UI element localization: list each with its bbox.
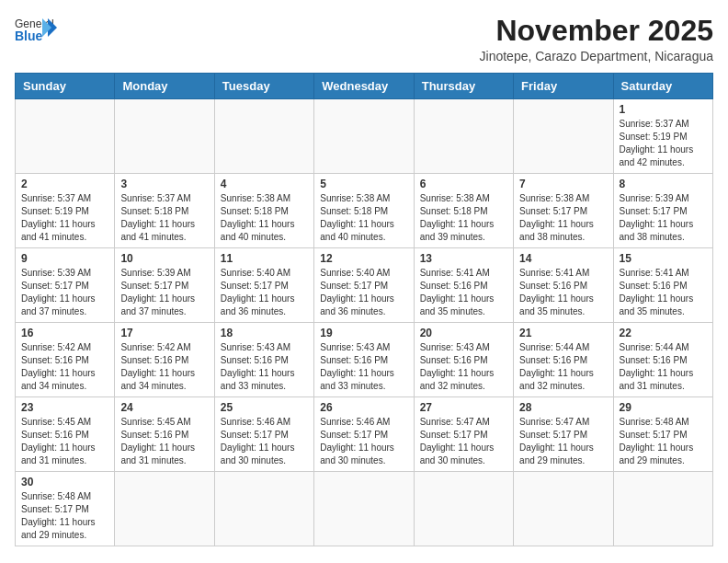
calendar-week-5: 30Sunrise: 5:48 AM Sunset: 5:17 PM Dayli… <box>16 472 713 546</box>
day-number: 22 <box>620 327 707 339</box>
day-number: 14 <box>519 252 607 265</box>
day-info: Sunrise: 5:45 AM Sunset: 5:16 PM Dayligh… <box>21 416 108 467</box>
day-number: 24 <box>120 401 208 414</box>
calendar-table: SundayMondayTuesdayWednesdayThursdayFrid… <box>15 73 713 546</box>
calendar-cell <box>514 472 613 546</box>
calendar-col-thursday: Thursday <box>414 74 513 99</box>
day-info: Sunrise: 5:39 AM Sunset: 5:17 PM Dayligh… <box>120 267 208 318</box>
day-number: 7 <box>519 178 607 190</box>
day-info: Sunrise: 5:46 AM Sunset: 5:17 PM Dayligh… <box>320 416 407 467</box>
day-info: Sunrise: 5:47 AM Sunset: 5:17 PM Dayligh… <box>519 416 607 467</box>
day-info: Sunrise: 5:42 AM Sunset: 5:16 PM Dayligh… <box>21 341 108 393</box>
calendar-cell: 25Sunrise: 5:46 AM Sunset: 5:17 PM Dayli… <box>214 397 313 472</box>
calendar-cell <box>115 99 214 174</box>
calendar-cell: 27Sunrise: 5:47 AM Sunset: 5:17 PM Dayli… <box>414 397 513 472</box>
calendar-cell: 22Sunrise: 5:44 AM Sunset: 5:16 PM Dayli… <box>613 323 712 397</box>
title-area: November 2025 Jinotepe, Carazo Departmen… <box>480 15 713 63</box>
calendar-cell: 20Sunrise: 5:43 AM Sunset: 5:16 PM Dayli… <box>414 323 513 397</box>
calendar-cell: 23Sunrise: 5:45 AM Sunset: 5:16 PM Dayli… <box>16 397 115 472</box>
calendar-cell <box>214 99 313 174</box>
calendar-cell: 19Sunrise: 5:43 AM Sunset: 5:16 PM Dayli… <box>314 323 414 397</box>
day-info: Sunrise: 5:37 AM Sunset: 5:18 PM Dayligh… <box>120 192 208 244</box>
calendar-cell: 17Sunrise: 5:42 AM Sunset: 5:16 PM Dayli… <box>115 323 214 397</box>
day-info: Sunrise: 5:43 AM Sunset: 5:16 PM Dayligh… <box>320 341 407 393</box>
day-number: 5 <box>320 178 407 190</box>
day-info: Sunrise: 5:37 AM Sunset: 5:19 PM Dayligh… <box>21 192 108 244</box>
calendar-cell: 9Sunrise: 5:39 AM Sunset: 5:17 PM Daylig… <box>16 248 115 323</box>
month-title: November 2025 <box>480 15 713 47</box>
day-number: 21 <box>519 327 607 339</box>
day-number: 1 <box>620 103 707 116</box>
day-number: 9 <box>21 252 108 265</box>
day-info: Sunrise: 5:43 AM Sunset: 5:16 PM Dayligh… <box>221 341 308 393</box>
calendar-cell: 7Sunrise: 5:38 AM Sunset: 5:17 PM Daylig… <box>514 174 613 248</box>
calendar-cell: 3Sunrise: 5:37 AM Sunset: 5:18 PM Daylig… <box>115 174 214 248</box>
calendar-cell: 21Sunrise: 5:44 AM Sunset: 5:16 PM Dayli… <box>514 323 613 397</box>
calendar-week-4: 23Sunrise: 5:45 AM Sunset: 5:16 PM Dayli… <box>16 397 713 472</box>
day-info: Sunrise: 5:40 AM Sunset: 5:17 PM Dayligh… <box>320 267 407 318</box>
calendar-cell: 12Sunrise: 5:40 AM Sunset: 5:17 PM Dayli… <box>314 248 414 323</box>
calendar-cell: 28Sunrise: 5:47 AM Sunset: 5:17 PM Dayli… <box>514 397 613 472</box>
location-subtitle: Jinotepe, Carazo Department, Nicaragua <box>480 49 713 63</box>
day-info: Sunrise: 5:40 AM Sunset: 5:17 PM Dayligh… <box>221 267 308 318</box>
day-number: 13 <box>420 252 507 265</box>
day-info: Sunrise: 5:38 AM Sunset: 5:18 PM Dayligh… <box>320 192 407 244</box>
calendar-cell: 26Sunrise: 5:46 AM Sunset: 5:17 PM Dayli… <box>314 397 414 472</box>
day-number: 29 <box>620 401 707 414</box>
calendar-cell <box>514 99 613 174</box>
calendar-col-tuesday: Tuesday <box>214 74 313 99</box>
calendar-cell: 5Sunrise: 5:38 AM Sunset: 5:18 PM Daylig… <box>314 174 414 248</box>
calendar-cell: 11Sunrise: 5:40 AM Sunset: 5:17 PM Dayli… <box>214 248 313 323</box>
calendar-cell: 4Sunrise: 5:38 AM Sunset: 5:18 PM Daylig… <box>214 174 313 248</box>
day-number: 23 <box>21 401 108 414</box>
page-header: General Blue November 2025 Jinotepe, Car… <box>15 15 713 63</box>
calendar-header-row: SundayMondayTuesdayWednesdayThursdayFrid… <box>16 74 713 99</box>
calendar-cell: 29Sunrise: 5:48 AM Sunset: 5:17 PM Dayli… <box>613 397 712 472</box>
day-number: 10 <box>120 252 208 265</box>
day-info: Sunrise: 5:38 AM Sunset: 5:17 PM Dayligh… <box>519 192 607 244</box>
day-number: 25 <box>221 401 308 414</box>
calendar-cell: 16Sunrise: 5:42 AM Sunset: 5:16 PM Dayli… <box>16 323 115 397</box>
day-info: Sunrise: 5:48 AM Sunset: 5:17 PM Dayligh… <box>620 416 707 467</box>
calendar-col-saturday: Saturday <box>613 74 712 99</box>
calendar-col-friday: Friday <box>514 74 613 99</box>
day-number: 18 <box>221 327 308 339</box>
day-info: Sunrise: 5:46 AM Sunset: 5:17 PM Dayligh… <box>221 416 308 467</box>
calendar-col-sunday: Sunday <box>16 74 115 99</box>
day-info: Sunrise: 5:37 AM Sunset: 5:19 PM Dayligh… <box>620 118 707 169</box>
day-number: 12 <box>320 252 407 265</box>
calendar-cell: 1Sunrise: 5:37 AM Sunset: 5:19 PM Daylig… <box>613 99 712 174</box>
day-info: Sunrise: 5:39 AM Sunset: 5:17 PM Dayligh… <box>21 267 108 318</box>
day-info: Sunrise: 5:44 AM Sunset: 5:16 PM Dayligh… <box>519 341 607 393</box>
svg-text:Blue: Blue <box>15 29 43 43</box>
day-number: 8 <box>620 178 707 190</box>
logo-icon: General Blue <box>15 15 57 48</box>
day-info: Sunrise: 5:45 AM Sunset: 5:16 PM Dayligh… <box>120 416 208 467</box>
calendar-cell: 13Sunrise: 5:41 AM Sunset: 5:16 PM Dayli… <box>414 248 513 323</box>
calendar-cell <box>314 472 414 546</box>
day-info: Sunrise: 5:48 AM Sunset: 5:17 PM Dayligh… <box>21 490 108 542</box>
logo: General Blue <box>15 15 57 48</box>
calendar-cell: 15Sunrise: 5:41 AM Sunset: 5:16 PM Dayli… <box>613 248 712 323</box>
calendar-cell: 8Sunrise: 5:39 AM Sunset: 5:17 PM Daylig… <box>613 174 712 248</box>
day-info: Sunrise: 5:47 AM Sunset: 5:17 PM Dayligh… <box>420 416 507 467</box>
calendar-cell: 6Sunrise: 5:38 AM Sunset: 5:18 PM Daylig… <box>414 174 513 248</box>
calendar-cell: 10Sunrise: 5:39 AM Sunset: 5:17 PM Dayli… <box>115 248 214 323</box>
calendar-cell: 14Sunrise: 5:41 AM Sunset: 5:16 PM Dayli… <box>514 248 613 323</box>
logo-area: General Blue <box>15 15 57 48</box>
calendar-cell <box>314 99 414 174</box>
day-number: 28 <box>519 401 607 414</box>
day-number: 17 <box>120 327 208 339</box>
day-info: Sunrise: 5:41 AM Sunset: 5:16 PM Dayligh… <box>519 267 607 318</box>
day-number: 27 <box>420 401 507 414</box>
calendar-week-0: 1Sunrise: 5:37 AM Sunset: 5:19 PM Daylig… <box>16 99 713 174</box>
calendar-cell: 2Sunrise: 5:37 AM Sunset: 5:19 PM Daylig… <box>16 174 115 248</box>
calendar-week-1: 2Sunrise: 5:37 AM Sunset: 5:19 PM Daylig… <box>16 174 713 248</box>
day-info: Sunrise: 5:43 AM Sunset: 5:16 PM Dayligh… <box>420 341 507 393</box>
day-number: 11 <box>221 252 308 265</box>
calendar-col-wednesday: Wednesday <box>314 74 414 99</box>
day-number: 4 <box>221 178 308 190</box>
day-number: 19 <box>320 327 407 339</box>
calendar-week-3: 16Sunrise: 5:42 AM Sunset: 5:16 PM Dayli… <box>16 323 713 397</box>
calendar-cell: 30Sunrise: 5:48 AM Sunset: 5:17 PM Dayli… <box>16 472 115 546</box>
